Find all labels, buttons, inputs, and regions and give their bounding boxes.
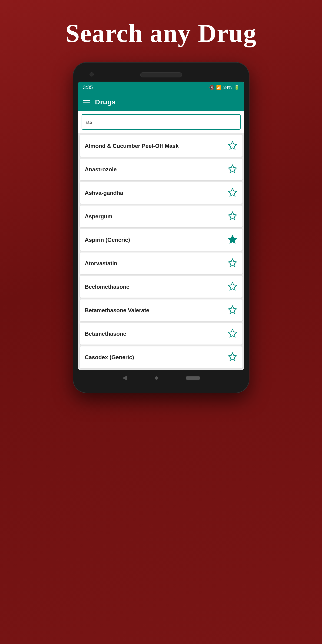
favorite-button[interactable] bbox=[228, 188, 237, 198]
drug-name: Anastrozole bbox=[85, 166, 117, 173]
mute-icon: 🔇 bbox=[209, 85, 214, 90]
drug-name: Beclomethasone bbox=[85, 284, 130, 290]
drug-name: Almond & Cucumber Peel-Off Mask bbox=[85, 143, 179, 149]
favorite-button[interactable] bbox=[228, 258, 237, 268]
hamburger-line-3 bbox=[83, 104, 90, 104]
favorite-button[interactable] bbox=[228, 352, 237, 362]
speaker bbox=[140, 72, 182, 78]
drug-list-item[interactable]: Ashva-gandha bbox=[80, 182, 242, 204]
drug-name: Aspergum bbox=[85, 213, 112, 220]
hamburger-line-1 bbox=[83, 100, 90, 101]
drug-list-item[interactable]: Betamethasone bbox=[80, 323, 242, 344]
search-container bbox=[78, 111, 244, 133]
favorite-button[interactable] bbox=[228, 234, 237, 245]
drug-name: Aspirin (Generic) bbox=[85, 237, 130, 243]
favorite-button[interactable] bbox=[228, 305, 237, 316]
drug-list-item[interactable]: Beclomethasone bbox=[80, 276, 242, 298]
search-input[interactable] bbox=[82, 114, 241, 130]
recents-button[interactable] bbox=[186, 376, 200, 380]
drug-list-item[interactable]: Aspirin (Generic) bbox=[80, 229, 242, 251]
page-title: Search any Drug bbox=[65, 18, 256, 48]
battery-icon: 🔋 bbox=[234, 85, 239, 90]
app-bar: Drugs bbox=[78, 93, 244, 111]
status-time: 3:35 bbox=[83, 84, 93, 90]
phone-screen: 3:35 🔇 📶 34% 🔋 Drugs Almond & Cucumber P… bbox=[78, 82, 244, 370]
camera bbox=[90, 72, 94, 76]
phone-bottom-nav bbox=[78, 370, 244, 386]
status-icons: 🔇 📶 34% 🔋 bbox=[209, 85, 239, 90]
favorite-button[interactable] bbox=[228, 328, 237, 339]
drug-list-item[interactable]: Betamethasone Valerate bbox=[80, 300, 242, 321]
hamburger-menu-button[interactable] bbox=[83, 100, 90, 104]
status-bar: 3:35 🔇 📶 34% 🔋 bbox=[78, 82, 244, 93]
phone-frame: 3:35 🔇 📶 34% 🔋 Drugs Almond & Cucumber P… bbox=[73, 62, 250, 393]
back-button[interactable] bbox=[122, 376, 127, 380]
app-bar-title: Drugs bbox=[95, 98, 116, 106]
phone-top bbox=[78, 69, 244, 82]
drug-name: Betamethasone Valerate bbox=[85, 307, 149, 314]
favorite-button[interactable] bbox=[228, 164, 237, 174]
drug-name: Atorvastatin bbox=[85, 260, 118, 267]
hamburger-line-2 bbox=[83, 102, 90, 102]
home-button[interactable] bbox=[155, 376, 158, 380]
drug-name: Casodex (Generic) bbox=[85, 354, 134, 360]
drug-list-item[interactable]: Anastrozole bbox=[80, 158, 242, 180]
favorite-button[interactable] bbox=[228, 282, 237, 292]
drug-list-item[interactable]: Atorvastatin bbox=[80, 252, 242, 274]
favorite-button[interactable] bbox=[228, 211, 237, 222]
battery-indicator: 34% bbox=[223, 85, 232, 90]
drug-list-item[interactable]: Casodex (Generic) bbox=[80, 346, 242, 368]
drug-list-item[interactable]: Aspergum bbox=[80, 206, 242, 227]
drug-name: Ashva-gandha bbox=[85, 190, 123, 196]
wifi-icon: 📶 bbox=[216, 85, 221, 90]
drug-list-item[interactable]: Almond & Cucumber Peel-Off Mask bbox=[80, 135, 242, 157]
favorite-button[interactable] bbox=[228, 141, 237, 151]
drug-name: Betamethasone bbox=[85, 330, 126, 337]
drug-list: Almond & Cucumber Peel-Off MaskAnastrozo… bbox=[78, 133, 244, 370]
